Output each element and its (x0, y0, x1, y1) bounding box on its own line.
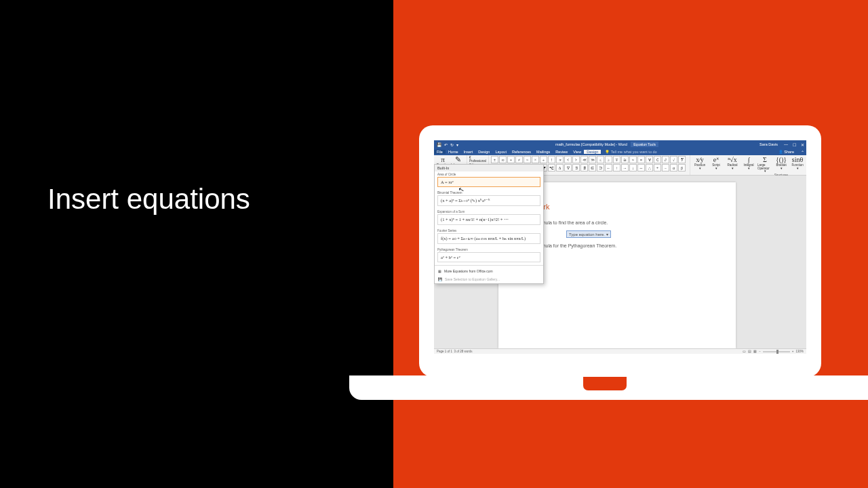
tab-references[interactable]: References (509, 150, 534, 154)
symbol-button[interactable]: ≡ (637, 156, 645, 163)
pi-icon: π (441, 156, 445, 163)
symbol-button[interactable]: ∀ (646, 156, 653, 163)
structure-large-operator[interactable]: ΣLarge Operator▾ (757, 156, 772, 174)
zoom-in-icon[interactable]: + (792, 350, 794, 353)
structure-integral[interactable]: ∫Integral▾ (741, 156, 756, 170)
zoom-slider[interactable] (763, 351, 790, 352)
symbol-button[interactable]: ≠ (515, 156, 523, 163)
slide-title: Insert equations (47, 183, 250, 216)
redo-icon[interactable]: ↻ (450, 142, 454, 147)
symbol-button[interactable]: ! (548, 156, 555, 163)
symbol-button[interactable]: ∄ (580, 164, 588, 171)
tab-design[interactable]: Design (475, 150, 492, 154)
symbol-button[interactable]: ∈ (589, 164, 596, 171)
symbol-button[interactable]: − (662, 164, 669, 171)
read-mode-icon[interactable]: ▭ (743, 350, 746, 353)
save-gallery-icon: 💾 (438, 277, 442, 281)
symbol-button[interactable]: × (532, 156, 539, 163)
equation-item-label: Pythagorean Theorem (435, 247, 543, 252)
undo-icon[interactable]: ↶ (444, 142, 448, 147)
doc-line-1: t the formula to find the area of a circ… (526, 220, 709, 225)
symbol-button[interactable]: ∁ (654, 156, 661, 163)
laptop-notch (583, 377, 627, 390)
symbol-button[interactable]: ← (605, 164, 612, 171)
symbol-button[interactable]: ∋ (597, 164, 604, 171)
equation-item-label: Expansion of a Sum (435, 209, 543, 214)
symbol-button[interactable]: ≪ (580, 156, 588, 163)
symbol-button[interactable]: ÷ (540, 156, 547, 163)
equation-item-expansion-of-a-sum[interactable]: (1 + x)ⁿ = 1 + nx⁄1! + n(n−1)x²⁄2! + ⋯ (437, 214, 540, 225)
symbol-button[interactable]: ∞ (499, 156, 507, 163)
tab-layout[interactable]: Layout (492, 150, 509, 154)
maximize-icon[interactable]: ☐ (790, 142, 798, 147)
tab-home[interactable]: Home (446, 150, 461, 154)
ribbon-collapse-icon[interactable]: ⌃ (798, 150, 806, 155)
close-icon[interactable]: ✕ (798, 142, 806, 147)
symbol-button[interactable]: ↓ (629, 164, 637, 171)
equation-placeholder[interactable]: Type equation here. ▾ (566, 230, 611, 238)
tab-review[interactable]: Review (553, 150, 570, 154)
user-name[interactable]: Sara Davis (755, 142, 782, 146)
structure-function[interactable]: sinθFunction▾ (790, 156, 805, 170)
equation-item-binomial-theorem[interactable]: (x + a)ⁿ = Σₖ₌₀ⁿ (ⁿₖ) xᵏaⁿ⁻ᵏ (437, 195, 540, 206)
equation-item-fourier-series[interactable]: f(x) = a₀ + Σₙ₌₁∞ (aₙ cos nπx⁄L + bₙ sin… (437, 233, 540, 244)
group-structures: x⁄yFraction▾eˣScript▾ⁿ√xRadical▾∫Integra… (690, 155, 806, 175)
page-indicator[interactable]: Page 1 of 1 (437, 350, 452, 353)
symbol-button[interactable]: + (654, 164, 661, 171)
symbol-button[interactable]: ∃ (572, 164, 580, 171)
word-count[interactable]: 3 of 28 words (454, 350, 473, 353)
symbol-button[interactable]: √ (670, 156, 677, 163)
share-button[interactable]: 👤 Share (774, 150, 798, 154)
equation-item-label: Binomial Theorem (435, 190, 543, 195)
symbol-button[interactable]: ≫ (589, 156, 596, 163)
symbol-button[interactable]: ± (491, 156, 498, 163)
symbol-button[interactable]: ∓ (613, 156, 620, 163)
print-layout-icon[interactable]: ▤ (748, 350, 751, 353)
symbol-button[interactable]: ≥ (605, 156, 612, 163)
symbol-button[interactable]: ∝ (556, 156, 564, 163)
symbol-button[interactable]: ∴ (646, 164, 653, 171)
save-icon[interactable]: 💾 (437, 142, 441, 147)
symbol-button[interactable]: ∂ (662, 156, 669, 163)
symbol-button[interactable]: ≅ (621, 156, 629, 163)
symbol-button[interactable]: = (507, 156, 515, 163)
word-app-window: 💾 ↶ ↻ ▾ math_formulas [Compatibility Mod… (434, 140, 806, 354)
tab-mailings[interactable]: Mailings (534, 150, 553, 154)
structure-bracket[interactable]: {()}Bracket▾ (774, 156, 789, 170)
symbol-button[interactable]: β (678, 164, 686, 171)
minimize-icon[interactable]: — (782, 142, 790, 146)
tab-insert[interactable]: Insert (461, 150, 476, 154)
symbol-button[interactable]: ≤ (597, 156, 604, 163)
symbol-button[interactable]: ≈ (629, 156, 637, 163)
symbol-button[interactable]: < (564, 156, 572, 163)
structure-fraction[interactable]: x⁄yFraction▾ (692, 156, 707, 170)
zoom-out-icon[interactable]: − (759, 350, 761, 353)
contextual-tab-label: Equation Tools (631, 142, 658, 147)
symbol-button[interactable]: ∛ (678, 156, 686, 163)
tab-view[interactable]: View (570, 150, 584, 154)
symbol-button[interactable]: ℃ (548, 164, 555, 171)
more-equations-item[interactable]: ▦More Equations from Office.com (435, 267, 543, 275)
tab-equation-design[interactable]: Design (584, 150, 601, 154)
structure-radical[interactable]: ⁿ√xRadical▾ (725, 156, 740, 170)
symbol-button[interactable]: ↑ (613, 164, 620, 171)
symbol-button[interactable]: ~ (524, 156, 531, 163)
symbol-button[interactable]: ∆ (556, 164, 564, 171)
equation-item-label: Fourier Series (435, 228, 543, 233)
zoom-level[interactable]: 130% (795, 350, 804, 353)
symbol-button[interactable]: α (670, 164, 677, 171)
symbol-button[interactable]: ↔ (637, 164, 645, 171)
symbol-button[interactable]: > (572, 156, 580, 163)
tell-me-box[interactable]: 💡 Tell me what you want to do (605, 150, 774, 154)
professional-option[interactable]: € Professional (469, 156, 486, 163)
structure-script[interactable]: eˣScript▾ (709, 156, 724, 170)
symbol-button[interactable]: → (621, 164, 629, 171)
tab-file[interactable]: File (434, 150, 446, 154)
cursor-icon: ↖ (458, 185, 465, 194)
equation-item-pythagorean-theorem[interactable]: a² + b² = c² (437, 252, 540, 262)
web-layout-icon[interactable]: ▦ (753, 350, 757, 353)
equation-item-area-of-circle[interactable]: A = πr²↖ (437, 177, 540, 187)
laptop-frame: 💾 ↶ ↻ ▾ math_formulas [Compatibility Mod… (419, 125, 821, 377)
symbol-button[interactable]: ∇ (564, 164, 572, 171)
dropdown-header: Built-In (435, 165, 543, 171)
